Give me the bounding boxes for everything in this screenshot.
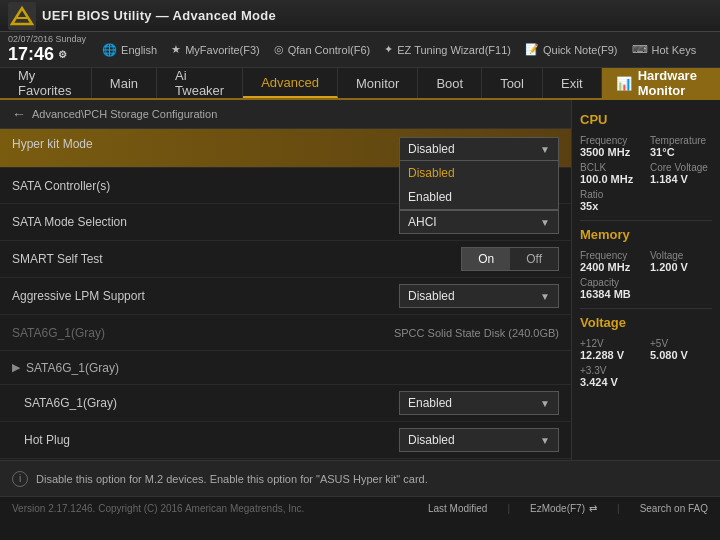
sata-mode-selection-label: SATA Mode Selection — [12, 215, 399, 229]
aggressive-dropdown-arrow-icon: ▼ — [540, 291, 550, 302]
aggressive-lpm-dropdown[interactable]: Disabled ▼ — [399, 284, 559, 308]
nav-main[interactable]: Main — [92, 68, 157, 98]
keyboard-icon: ⌨ — [632, 43, 648, 56]
option-disabled[interactable]: Disabled — [400, 161, 558, 185]
globe-icon: 🌐 — [102, 43, 117, 57]
ezmode-btn[interactable]: EzMode(F7) ⇄ — [530, 503, 597, 514]
footer-divider-1: | — [507, 503, 510, 514]
toggle-off-button[interactable]: Off — [510, 248, 558, 270]
hyper-kit-mode-control: Disabled ▼ Disabled Enabled — [399, 137, 559, 161]
title-bar: UEFI BIOS Utility — Advanced Mode — [0, 0, 720, 32]
memory-voltage-divider — [580, 308, 712, 309]
quicknote-btn[interactable]: 📝 Quick Note(F9) — [525, 43, 618, 56]
asus-logo-icon — [8, 2, 36, 30]
sata6g1-info-value: SPCC Solid State Disk (240.0GB) — [394, 327, 559, 339]
toggle-on-button[interactable]: On — [462, 248, 510, 270]
sata-mode-dropdown[interactable]: AHCI ▼ — [399, 210, 559, 234]
sata6g1-info-label: SATA6G_1(Gray) — [12, 326, 394, 340]
note-icon: 📝 — [525, 43, 539, 56]
settings-list: Hyper kit Mode Disabled ▼ Disabled Enabl… — [0, 129, 571, 460]
sata6g1-expand-row[interactable]: ▶ SATA6G_1(Gray) — [0, 351, 571, 385]
info-message-text: Disable this option for M.2 devices. Ena… — [36, 473, 428, 485]
info-bar: 02/07/2016 Sunday 17:46 ⚙ 🌐 English ★ My… — [0, 32, 720, 68]
version-text: Version 2.17.1246. Copyright (C) 2016 Am… — [12, 503, 304, 514]
nav-monitor[interactable]: Monitor — [338, 68, 418, 98]
hyper-kit-mode-row[interactable]: Hyper kit Mode Disabled ▼ Disabled Enabl… — [0, 129, 571, 168]
search-faq-btn[interactable]: Search on FAQ — [640, 503, 708, 514]
fan-icon: ◎ — [274, 43, 284, 56]
smart-self-test-control: On Off — [461, 247, 559, 271]
settings-icon[interactable]: ⚙ — [58, 49, 67, 60]
hot-plug-row[interactable]: Hot Plug Disabled ▼ — [0, 422, 571, 459]
dropdown-arrow-icon: ▼ — [540, 144, 550, 155]
memory-stats-grid: Frequency 2400 MHz Voltage 1.200 V Capac… — [580, 250, 712, 300]
nav-myfavorites[interactable]: My Favorites — [0, 68, 92, 98]
cpu-ratio-stat: Ratio 35x — [580, 189, 642, 212]
cpu-bclk-stat: BCLK 100.0 MHz — [580, 162, 642, 185]
hardware-monitor-tab[interactable]: 📊 Hardware Monitor — [602, 68, 720, 98]
hyper-kit-dropdown-list: Disabled Enabled — [399, 161, 559, 210]
sata6g1-enabled-label: SATA6G_1(Gray) — [24, 396, 399, 410]
sata6g1-enabled-dropdown[interactable]: Enabled ▼ — [399, 391, 559, 415]
info-message-bar: i Disable this option for M.2 devices. E… — [0, 460, 720, 496]
datetime-display: 02/07/2016 Sunday 17:46 ⚙ — [8, 34, 86, 65]
hotplug-dropdown-arrow-icon: ▼ — [540, 435, 550, 446]
voltage-stats-grid: +12V 12.288 V +5V 5.080 V +3.3V 3.424 V — [580, 338, 712, 388]
language-selector[interactable]: 🌐 English — [102, 43, 157, 57]
nav-boot[interactable]: Boot — [418, 68, 482, 98]
window-title: UEFI BIOS Utility — Advanced Mode — [42, 8, 276, 23]
date-display: 02/07/2016 Sunday — [8, 34, 86, 44]
smart-self-test-row: SMART Self Test On Off — [0, 241, 571, 278]
sata-mode-control: AHCI ▼ — [399, 210, 559, 234]
info-icon: i — [12, 471, 28, 487]
mem-voltage-stat: Voltage 1.200 V — [650, 250, 712, 273]
option-enabled[interactable]: Enabled — [400, 185, 558, 209]
hyper-kit-mode-label: Hyper kit Mode — [12, 137, 399, 151]
voltage-section-title: Voltage — [580, 315, 712, 330]
eztuning-btn[interactable]: ✦ EZ Tuning Wizard(F11) — [384, 43, 511, 56]
back-button[interactable]: ← — [12, 106, 26, 122]
settings-panel: ← Advanced\PCH Storage Configuration Hyp… — [0, 100, 572, 460]
ezmode-icon: ⇄ — [589, 503, 597, 514]
nav-tool[interactable]: Tool — [482, 68, 543, 98]
footer-divider-2: | — [617, 503, 620, 514]
nav-exit[interactable]: Exit — [543, 68, 602, 98]
smart-toggle-group: On Off — [461, 247, 559, 271]
sata6g1-enabled-control: Enabled ▼ — [399, 391, 559, 415]
last-modified-btn[interactable]: Last Modified — [428, 503, 487, 514]
myfavorite-btn[interactable]: ★ MyFavorite(F3) — [171, 43, 260, 56]
memory-section-title: Memory — [580, 227, 712, 242]
v12-stat: +12V 12.288 V — [580, 338, 642, 361]
cpu-memory-divider — [580, 220, 712, 221]
sata6g1-enabled-row[interactable]: SATA6G_1(Gray) Enabled ▼ — [0, 385, 571, 422]
sata-dropdown-arrow-icon: ▼ — [540, 217, 550, 228]
navigation-bar: My Favorites Main Ai Tweaker Advanced Mo… — [0, 68, 720, 100]
expand-arrow-icon: ▶ — [12, 361, 20, 374]
cpu-corevolt-stat: Core Voltage 1.184 V — [650, 162, 712, 185]
star-icon: ★ — [171, 43, 181, 56]
sata6g1-info-row: SATA6G_1(Gray) SPCC Solid State Disk (24… — [0, 315, 571, 351]
hardware-monitor-panel: CPU Frequency 3500 MHz Temperature 31°C … — [572, 100, 720, 460]
cpu-stats-grid: Frequency 3500 MHz Temperature 31°C BCLK… — [580, 135, 712, 212]
nav-right-area: 📊 Hardware Monitor — [602, 68, 720, 98]
logo-area: UEFI BIOS Utility — Advanced Mode — [8, 2, 276, 30]
wand-icon: ✦ — [384, 43, 393, 56]
sata6g2-info-row: SATA6G_2(Gray) Empty — [0, 459, 571, 460]
nav-aitweaker[interactable]: Ai Tweaker — [157, 68, 243, 98]
footer-actions: Last Modified | EzMode(F7) ⇄ | Search on… — [428, 503, 708, 514]
mem-capacity-stat: Capacity 16384 MB — [580, 277, 642, 300]
hot-plug-control: Disabled ▼ — [399, 428, 559, 452]
cpu-freq-label: Frequency 3500 MHz — [580, 135, 642, 158]
hot-plug-dropdown[interactable]: Disabled ▼ — [399, 428, 559, 452]
hyper-kit-dropdown-header[interactable]: Disabled ▼ — [399, 137, 559, 161]
mem-freq-stat: Frequency 2400 MHz — [580, 250, 642, 273]
hyper-kit-dropdown-container[interactable]: Disabled ▼ Disabled Enabled — [399, 137, 559, 161]
qfan-btn[interactable]: ◎ Qfan Control(F6) — [274, 43, 371, 56]
nav-advanced[interactable]: Advanced — [243, 68, 338, 98]
aggressive-lpm-row[interactable]: Aggressive LPM Support Disabled ▼ — [0, 278, 571, 315]
hotkeys-btn[interactable]: ⌨ Hot Keys — [632, 43, 697, 56]
sata6g1-dropdown-arrow-icon: ▼ — [540, 398, 550, 409]
hot-plug-label: Hot Plug — [24, 433, 399, 447]
smart-self-test-label: SMART Self Test — [12, 252, 461, 266]
breadcrumb: ← Advanced\PCH Storage Configuration — [0, 100, 571, 129]
